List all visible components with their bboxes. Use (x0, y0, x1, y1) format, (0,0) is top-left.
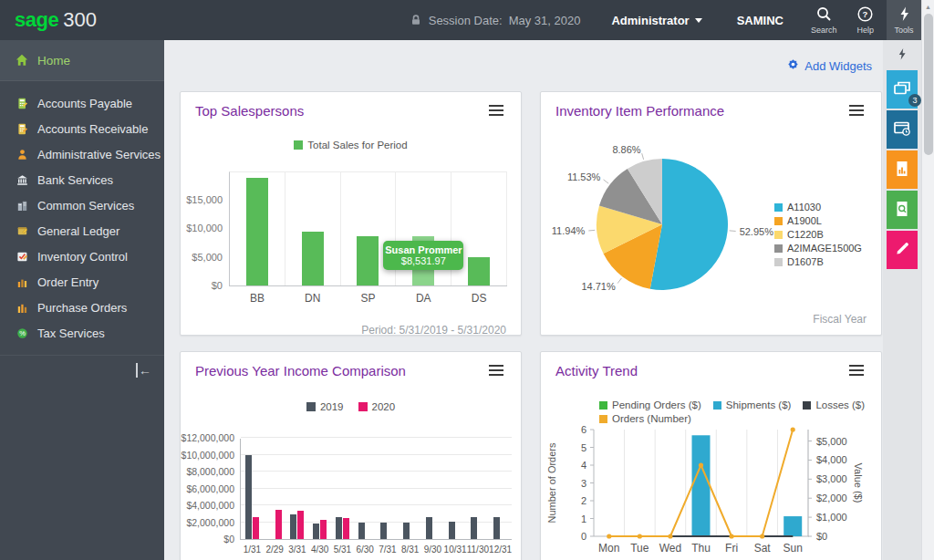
purchase-orders-icon (16, 301, 28, 314)
y-axis-tick-label: $4,000,000 (186, 500, 234, 511)
sidebar-item-label: Accounts Payable (37, 97, 132, 110)
sidebar-item-administrative-services[interactable]: Administrative Services (0, 141, 164, 167)
widget-title: Inventory Item Performance (555, 103, 846, 119)
scheduled-window-icon (893, 120, 911, 140)
legend-item: A1900L (774, 215, 862, 226)
legend-item: A2IMAGE1500G (774, 243, 862, 254)
rail-inquiry-document-button[interactable] (887, 191, 918, 229)
sidebar-item-label: Accounts Receivable (37, 122, 148, 136)
legend-swatch (774, 258, 783, 266)
top-salespersons-chart: Total Sales for Period $0$5,000$10,000$1… (181, 140, 521, 346)
right-axis-tick-label: $3,000 (816, 473, 847, 484)
legend-swatch (774, 203, 783, 212)
label-leader-line (588, 230, 595, 231)
y-axis-tick-label: $8,000,000 (186, 466, 234, 477)
bar-group: 8/31 (399, 439, 421, 539)
tools-button[interactable]: Tools (887, 0, 921, 40)
bar-group: 5/31 (331, 439, 354, 539)
x-axis-tick-label: Sun (784, 542, 803, 555)
bar (357, 236, 379, 285)
bar-group: 3/31 (286, 439, 309, 539)
bar-2019 (290, 514, 296, 539)
legend-swatch (774, 217, 783, 225)
sidebar-item-home[interactable]: Home (0, 40, 164, 81)
help-button[interactable]: ? Help (856, 6, 874, 35)
user-menu[interactable]: Administrator (611, 14, 701, 27)
rail-scheduled-window-button[interactable] (887, 110, 918, 149)
vertical-scrollbar[interactable]: ▲ (921, 0, 934, 560)
x-axis-tick-label: Mon (598, 542, 619, 555)
x-axis-tick-label: Wed (659, 542, 681, 555)
left-axis-tick-label: 3 (581, 478, 586, 489)
pie-percent-label: 14.71% (581, 281, 616, 292)
x-axis-tick-label: 12/31 (486, 544, 515, 555)
search-button[interactable]: Search (811, 6, 837, 35)
sidebar-item-tax-services[interactable]: %Tax Services (0, 320, 164, 346)
y-axis-tick-label: $2,000,000 (186, 517, 234, 528)
legend-label: 2020 (372, 401, 396, 412)
widget-menu-button[interactable] (846, 103, 867, 118)
sidebar-item-order-entry[interactable]: Order Entry (0, 269, 164, 295)
y-axis-tick-label: $0 (223, 534, 234, 544)
sidebar-item-bank-services[interactable]: Bank Services (0, 167, 164, 192)
inventory-control-icon (16, 250, 28, 263)
legend-label: Total Sales for Period (307, 140, 407, 150)
bar-2019 (403, 523, 410, 539)
scrollbar-thumb[interactable] (924, 14, 933, 155)
legend-swatch (306, 402, 316, 411)
rail-notes-window-button[interactable]: 3 (887, 70, 918, 109)
hamburger-icon (849, 109, 864, 111)
widget-menu-button[interactable] (486, 103, 506, 118)
sidebar-item-accounts-receivable[interactable]: Accounts Receivable (0, 116, 164, 141)
sidebar-item-label: Bank Services (37, 173, 113, 187)
user-menu-label: Administrator (611, 14, 689, 27)
sage-300-text: 300 (63, 8, 97, 32)
bar-slot: BB (230, 172, 285, 285)
legend-label: A2IMAGE1500G (787, 243, 862, 254)
legend-label: C1220B (787, 229, 824, 240)
sidebar-item-accounts-payable[interactable]: Accounts Payable (0, 90, 164, 116)
sidebar-item-label: Administrative Services (37, 148, 161, 161)
right-axis-tick-label: $2,000 (816, 493, 847, 503)
widget-menu-button[interactable] (486, 363, 506, 378)
sidebar-item-label: Common Services (37, 199, 134, 213)
y-axis-tick-label: $15,000 (186, 194, 223, 205)
sidebar-item-label: Home (37, 54, 70, 67)
bar-slot: DASusan Prommer$8,531.97 (396, 172, 451, 285)
bar-2019 (449, 522, 455, 539)
x-axis-tick-label: BB (230, 292, 285, 305)
report-document-icon (894, 160, 910, 181)
bar-2020 (297, 511, 304, 539)
accounts-payable-icon (16, 97, 28, 109)
session-date: Session Date: May 31, 2020 (410, 14, 581, 27)
add-widgets-button[interactable]: Add Widgets (787, 58, 872, 73)
bar-2019 (245, 455, 252, 539)
x-axis-tick-label: Thu (691, 542, 711, 555)
general-ledger-icon (16, 224, 28, 237)
sidebar-item-general-ledger[interactable]: General Ledger (0, 218, 164, 244)
sidebar-item-inventory-control[interactable]: Inventory Control (0, 244, 164, 269)
widget-top-salespersons: Top Salespersons Total Sales for Period … (180, 91, 522, 336)
widget-title: Activity Trend (555, 363, 846, 379)
top-bar: sage 300 Session Date: May 31, 2020 Admi… (0, 0, 934, 40)
search-icon (816, 6, 832, 24)
legend-swatch (294, 140, 303, 150)
sidebar-item-purchase-orders[interactable]: Purchase Orders (0, 295, 164, 320)
rail-report-document-button[interactable] (887, 150, 918, 189)
bar-group: 6/30 (354, 439, 377, 539)
widget-menu-button[interactable] (846, 363, 867, 378)
gridline (241, 437, 512, 438)
scrollbar-up-arrow[interactable]: ▲ (922, 0, 934, 13)
session-date-label: Session Date: (429, 14, 503, 27)
hamburger-icon (489, 369, 503, 371)
legend-item: D1607B (774, 256, 862, 267)
rail-edit-pencil-button[interactable] (887, 231, 918, 269)
collapse-sidebar-button[interactable]: ← (136, 363, 151, 378)
x-axis-tick-label: SP (341, 292, 396, 305)
data-point (699, 462, 703, 467)
bar-2019 (313, 524, 319, 539)
data-point (638, 534, 642, 538)
sidebar-item-common-services[interactable]: Common Services (0, 192, 164, 218)
right-axis-tick-label: $1,000 (816, 512, 847, 523)
bar (302, 232, 324, 285)
